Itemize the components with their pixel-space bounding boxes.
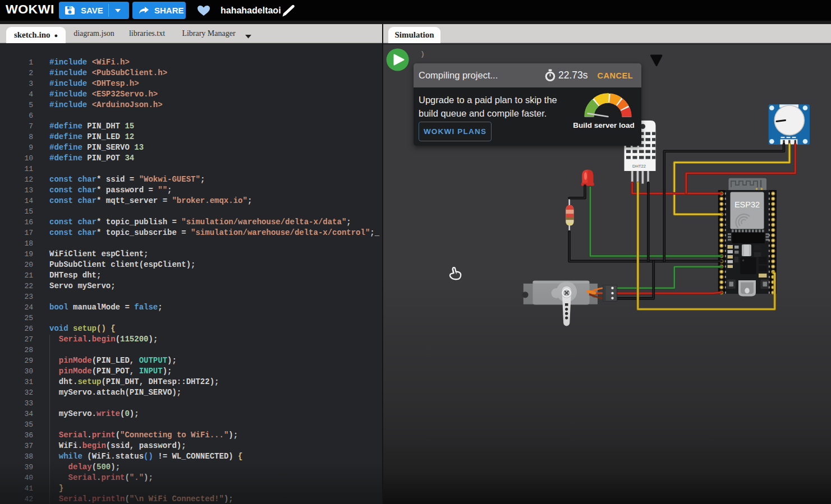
svg-text:): ) [420,50,425,58]
svg-text:ESP32: ESP32 [734,200,760,209]
svg-text:DHT22: DHT22 [632,164,646,169]
